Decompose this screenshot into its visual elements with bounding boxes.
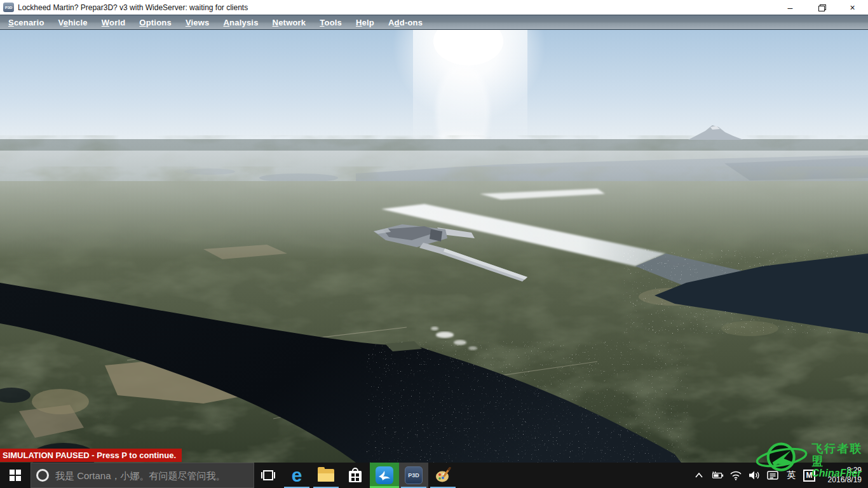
taskbar-app-edge[interactable]: e [282,463,311,488]
search-input[interactable] [55,470,248,481]
close-button[interactable]: × [837,0,868,15]
taskbar-app-store[interactable] [341,463,370,488]
windows-logo-icon [10,470,21,481]
taskbar: e P3D [0,463,868,488]
menu-vehicle[interactable]: Vehicle [51,18,95,27]
taskbar-app-xunlei[interactable] [370,463,399,488]
menu-world[interactable]: World [95,18,133,27]
menu-views[interactable]: Views [179,18,217,27]
minimize-button[interactable]: – [775,0,806,15]
tray-clock[interactable]: 8:29 2016/8/19 [821,466,862,485]
simulation-paused-banner: SIMULATION PAUSED - Press P to continue. [0,449,182,462]
menu-addons[interactable]: Add-ons [381,18,430,27]
edge-icon: e [292,466,302,485]
title-bar: P3D Lockheed Martin? Prepar3D? v3 with W… [0,0,868,15]
battery-charging-icon[interactable] [711,468,724,483]
wifi-icon[interactable] [729,468,742,483]
rapids [436,332,454,338]
system-tray: 英 M 8:29 2016/8/19 [693,463,868,488]
task-view-icon [261,470,276,481]
windows-store-icon [348,467,363,484]
window-controls: – × [775,0,868,15]
restore-button[interactable] [806,0,837,15]
menu-help[interactable]: Help [349,18,381,27]
action-center-icon[interactable] [766,468,779,483]
xunlei-icon [376,466,393,484]
ime-language-indicator[interactable]: 英 [785,468,797,483]
window-title: Lockheed Martin? Prepar3D? v3 with WideS… [18,3,248,12]
field-patch [32,389,89,414]
p3d-icon: P3D [405,466,423,484]
menu-network[interactable]: Network [266,18,313,27]
cortana-icon [36,469,49,482]
prepar3d-window: P3D Lockheed Martin? Prepar3D? v3 with W… [0,0,868,488]
field-patch [721,321,778,336]
cortana-search-box[interactable] [31,463,254,488]
volume-icon[interactable] [748,468,761,483]
menu-analysis[interactable]: Analysis [217,18,266,27]
task-view-button[interactable] [254,463,282,488]
simulator-viewport[interactable] [0,30,868,463]
menu-bar: Scenario Vehicle World Options Views Ana… [0,15,868,30]
haze [0,151,868,259]
menu-tools[interactable]: Tools [313,18,349,27]
minimize-icon: – [788,3,793,13]
start-button[interactable] [0,463,31,488]
tray-date: 2016/8/19 [821,475,862,485]
palette-icon [435,467,451,484]
file-explorer-icon [318,469,334,482]
taskbar-app-explorer[interactable] [311,463,341,488]
p3d-app-icon: P3D [3,3,14,12]
tray-chevron-up-icon[interactable] [693,468,705,483]
menu-scenario[interactable]: Scenario [1,18,51,27]
close-icon: × [850,3,855,13]
taskbar-app-paint-tool[interactable] [428,463,458,488]
taskbar-app-prepar3d[interactable]: P3D [399,463,428,488]
restore-icon [818,4,825,10]
menu-options[interactable]: Options [132,18,179,27]
ime-mode-indicator[interactable]: M [803,470,815,482]
tray-time: 8:29 [821,466,862,475]
scene-render [0,30,868,463]
